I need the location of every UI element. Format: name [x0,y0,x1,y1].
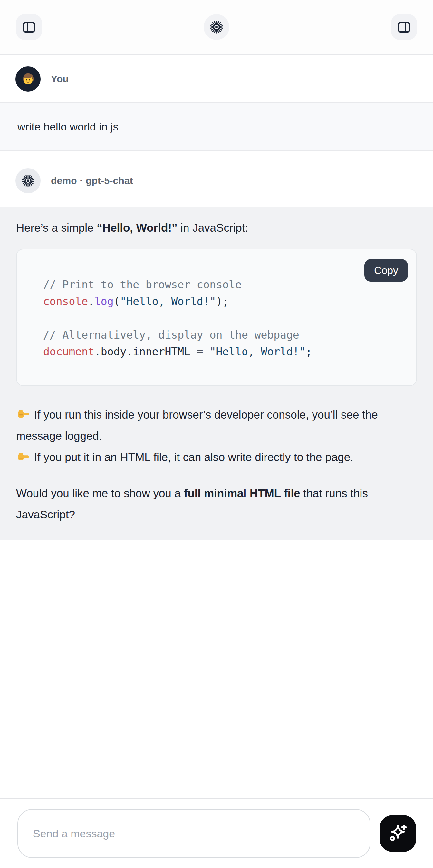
closing-text-bold: full minimal HTML file [184,487,300,499]
code-line: console.log("Hello, World!"); [43,293,403,310]
user-message-text: write hello world in js [18,121,119,133]
note-text: If you put it in an HTML file, it can al… [34,451,353,463]
code-line [43,310,403,327]
user-message-header: You [0,55,433,102]
user-sender-label: You [51,73,69,85]
top-bar [0,0,433,55]
code-line: document.body.innerHTML = "Hello, World!… [43,343,403,360]
intro-text-pre: Here’s a simple [16,221,97,234]
note-line: If you put it in an HTML file, it can al… [16,446,417,468]
intro-text-bold: “Hello, World!” [97,221,177,234]
point-right-emoji-icon [16,407,30,421]
point-right-emoji-icon [16,449,30,463]
panel-left-icon [22,20,36,34]
chat-app: You write hello world in js [0,0,433,868]
intro-paragraph: Here’s a simple “Hello, World!” in JavaS… [16,220,417,236]
code-line: // Print to the browser console [43,276,403,293]
right-panel-toggle-button[interactable] [391,14,417,40]
send-button[interactable] [379,815,416,852]
assistant-avatar [16,168,40,193]
composer-bar [0,798,433,868]
message-input[interactable] [18,809,371,858]
copy-code-button[interactable]: Copy [364,259,408,282]
assistant-message-body: Here’s a simple “Hello, World!” in JavaS… [0,207,433,540]
code-content: // Print to the browser consoleconsole.l… [43,276,403,360]
assistant-message-header: demo · gpt-5-chat [0,151,433,207]
starburst-icon [21,174,35,188]
starburst-icon [209,20,224,34]
note-line: If you run this inside your browser’s de… [16,404,417,446]
notes-paragraph: If you run this inside your browser’s de… [16,404,417,468]
note-text: If you run this inside your browser’s de… [16,408,378,442]
closing-paragraph: Would you like me to show you a full min… [16,483,398,525]
code-line: // Alternatively, display on the webpage [43,327,403,343]
user-message-bubble: write hello world in js [0,102,433,151]
panel-right-icon [397,20,411,34]
user-avatar [16,66,40,92]
sidebar-toggle-button[interactable] [16,14,42,40]
transcript-empty-space [0,540,433,798]
closing-text-pre: Would you like me to show you a [16,487,184,499]
chat-transcript: You write hello world in js [0,55,433,540]
assistant-sender-label: demo · gpt-5-chat [51,175,133,186]
app-logo-button[interactable] [204,14,229,40]
intro-text-post: in JavaScript: [177,221,248,234]
person-emoji-icon [20,71,36,87]
sparkle-icon [387,823,408,844]
code-block: Copy // Print to the browser consolecons… [16,249,417,386]
